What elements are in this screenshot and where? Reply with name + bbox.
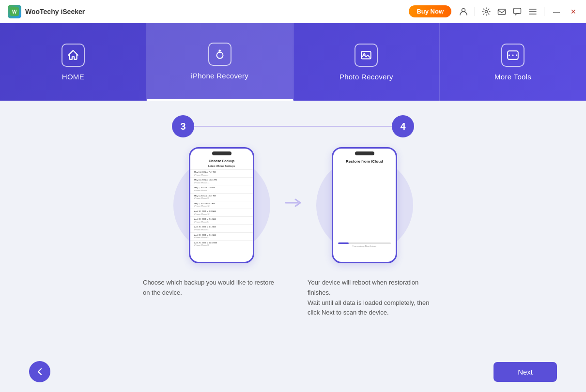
profile-icon[interactable] bbox=[459, 7, 468, 16]
svg-point-8 bbox=[509, 54, 510, 56]
close-button[interactable]: ✕ bbox=[569, 8, 578, 15]
step-4-circle: 4 bbox=[392, 115, 414, 137]
list-item: May 11, 2021 at 7:47 PM iPhone iPhone x bbox=[190, 169, 253, 178]
phones-area: Choose Backup Latest iPhone Backups May … bbox=[189, 147, 397, 263]
step-3-description: Choose which backup you would like to re… bbox=[143, 278, 278, 318]
back-button[interactable] bbox=[29, 361, 50, 382]
steps-container: 3 4 Choose Backup Latest iPhone Backups … bbox=[19, 115, 567, 361]
descriptions-area: Choose which backup you would like to re… bbox=[19, 278, 567, 318]
minimize-button[interactable]: — bbox=[551, 8, 562, 15]
titlebar-separator bbox=[475, 7, 475, 16]
phone-3-notch bbox=[212, 151, 231, 155]
next-button[interactable]: Next bbox=[493, 362, 557, 382]
nav-photo-recovery[interactable]: Photo Recovery bbox=[293, 23, 440, 101]
step-indicators: 3 4 bbox=[172, 115, 414, 137]
phone-4-wrapper: Restore from iCloud Time remaining: Abou… bbox=[332, 147, 397, 263]
svg-rect-4 bbox=[498, 9, 506, 15]
svg-point-10 bbox=[516, 54, 517, 56]
list-item: April 26, 2021 at 12:58 AM iPhone iPhone… bbox=[190, 241, 253, 248]
list-item: May 7, 2021 at 7:30 PM iPhone iPhone 11 bbox=[190, 185, 253, 193]
nav-iphone-recovery[interactable]: iPhone Recovery bbox=[147, 23, 293, 101]
svg-point-9 bbox=[512, 54, 514, 56]
list-item: April 30, 2021 at 7:13 AM iPhone iPhone … bbox=[190, 217, 253, 225]
nav-home-label: HOME bbox=[62, 73, 84, 81]
svg-rect-6 bbox=[362, 51, 371, 59]
iphone-recovery-icon bbox=[208, 43, 231, 66]
list-item: May 5, 2021 at 6:43 AM iPhone iPhone 12 bbox=[190, 201, 253, 209]
bottom-bar: Next bbox=[19, 361, 567, 382]
phone-4-title: Restore from iCloud bbox=[333, 159, 396, 164]
mail-icon[interactable] bbox=[497, 7, 506, 16]
backup-list: May 11, 2021 at 7:47 PM iPhone iPhone x … bbox=[190, 169, 253, 248]
list-item: April 30, 2021 at 3:33 AM iPhone iPhone … bbox=[190, 209, 253, 217]
home-icon bbox=[62, 44, 85, 67]
svg-rect-5 bbox=[514, 8, 521, 14]
nav-iphone-recovery-label: iPhone Recovery bbox=[191, 72, 248, 80]
photo-recovery-icon bbox=[355, 44, 378, 67]
buy-now-button[interactable]: Buy Now bbox=[409, 5, 451, 17]
chat-icon[interactable] bbox=[513, 7, 522, 16]
step-3-circle: 3 bbox=[172, 115, 194, 137]
phone-4-device: Restore from iCloud Time remaining: Abou… bbox=[332, 147, 397, 263]
svg-text:W: W bbox=[12, 9, 17, 15]
nav-more-tools[interactable]: More Tools bbox=[440, 23, 586, 101]
nav-more-tools-label: More Tools bbox=[494, 73, 531, 81]
titlebar-separator2 bbox=[544, 7, 544, 16]
list-item: May 10, 2021 at 10:45 PM iPhone iPhone 1… bbox=[190, 178, 253, 185]
menu-icon[interactable] bbox=[528, 7, 537, 16]
progress-bar bbox=[338, 242, 391, 244]
settings-icon[interactable] bbox=[482, 7, 491, 16]
navbar: HOME iPhone Recovery Photo Recovery More… bbox=[0, 23, 586, 101]
svg-point-3 bbox=[485, 10, 488, 13]
nav-home[interactable]: HOME bbox=[0, 23, 147, 101]
phone-3-title: Choose Backup bbox=[190, 159, 253, 163]
phone-3-device: Choose Backup Latest iPhone Backups May … bbox=[189, 147, 254, 263]
list-item: May 6, 2021 at 10:37 PM iPhone iPhone X bbox=[190, 194, 253, 201]
more-tools-icon bbox=[501, 44, 524, 67]
list-item: April 30, 2021 at 3:19 AM iPhone iPhone … bbox=[190, 233, 253, 241]
progress-fill bbox=[338, 242, 349, 244]
app-title: WooTechy iSeeker bbox=[25, 8, 409, 15]
app-logo: W bbox=[8, 5, 21, 18]
phone-4-notch bbox=[355, 151, 374, 155]
arrow-connector bbox=[283, 196, 303, 210]
list-item: April 30, 2021 at 1:13 AM iPhone iPhone … bbox=[190, 225, 253, 232]
nav-photo-recovery-label: Photo Recovery bbox=[339, 73, 393, 81]
titlebar: W WooTechy iSeeker Buy Now — ✕ bbox=[0, 0, 586, 23]
progress-text: Time remaining: About 1 minute bbox=[338, 245, 391, 247]
main-content: 3 4 Choose Backup Latest iPhone Backups … bbox=[0, 101, 586, 392]
step-4-description: Your device will reboot when restoration… bbox=[308, 278, 443, 318]
titlebar-icons: — ✕ bbox=[459, 7, 578, 16]
phone-3-wrapper: Choose Backup Latest iPhone Backups May … bbox=[189, 147, 254, 263]
restore-progress: Time remaining: About 1 minute bbox=[338, 242, 391, 247]
phone-3-subtitle: Latest iPhone Backups bbox=[190, 165, 253, 167]
step-connector bbox=[194, 126, 392, 127]
